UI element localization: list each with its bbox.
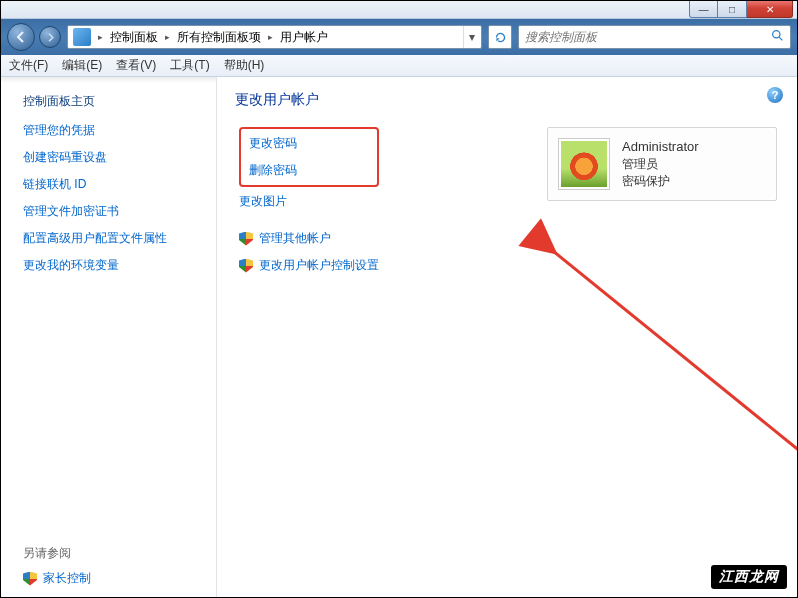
minimize-button[interactable]: —	[689, 1, 718, 18]
sidebar-link-advanced-profile[interactable]: 配置高级用户配置文件属性	[23, 230, 204, 247]
sidebar-link-password-reset-disk[interactable]: 创建密码重设盘	[23, 149, 204, 166]
help-icon[interactable]: ?	[767, 87, 783, 103]
control-panel-icon	[73, 28, 91, 46]
action-links: 更改密码 删除密码 更改图片 管理其他帐户 更改用户帐户控制设置	[235, 127, 379, 284]
link-change-picture[interactable]: 更改图片	[239, 193, 379, 210]
menu-help[interactable]: 帮助(H)	[224, 57, 265, 74]
chevron-right-icon[interactable]: ▸	[264, 32, 277, 42]
search-box[interactable]	[518, 25, 791, 49]
menu-view[interactable]: 查看(V)	[116, 57, 156, 74]
search-icon[interactable]	[771, 29, 784, 45]
page-title: 更改用户帐户	[235, 91, 779, 109]
menu-file[interactable]: 文件(F)	[9, 57, 48, 74]
svg-point-0	[773, 31, 780, 38]
shield-icon	[239, 232, 253, 246]
menu-tools[interactable]: 工具(T)	[170, 57, 209, 74]
chevron-right-icon[interactable]: ▸	[94, 32, 107, 42]
sidebar-link-online-id[interactable]: 链接联机 ID	[23, 176, 204, 193]
window-controls: — □ ✕	[689, 1, 793, 18]
sidebar: 控制面板主页 管理您的凭据 创建密码重设盘 链接联机 ID 管理文件加密证书 配…	[1, 77, 217, 597]
annotation-arrow	[545, 243, 798, 598]
watermark: 江西龙网	[711, 565, 787, 589]
breadcrumb-dropdown[interactable]: ▾	[463, 26, 479, 48]
sidebar-link-parental[interactable]: 家长控制	[43, 570, 91, 587]
content: 控制面板主页 管理您的凭据 创建密码重设盘 链接联机 ID 管理文件加密证书 配…	[1, 77, 797, 597]
user-role: 管理员	[622, 156, 699, 173]
refresh-button[interactable]	[488, 25, 512, 49]
user-name: Administrator	[622, 139, 699, 154]
close-button[interactable]: ✕	[747, 1, 793, 18]
sidebar-link-credentials[interactable]: 管理您的凭据	[23, 122, 204, 139]
titlebar: — □ ✕	[1, 1, 797, 19]
annotation-highlight-box: 更改密码 删除密码	[239, 127, 379, 187]
search-input[interactable]	[525, 30, 771, 44]
user-status: 密码保护	[622, 173, 699, 190]
nav-forward-button[interactable]	[39, 26, 61, 48]
link-change-password[interactable]: 更改密码	[249, 135, 353, 152]
nav-back-button[interactable]	[7, 23, 35, 51]
shield-icon	[239, 259, 253, 273]
menu-bar: 文件(F) 编辑(E) 查看(V) 工具(T) 帮助(H)	[1, 55, 797, 77]
maximize-button[interactable]: □	[718, 1, 747, 18]
avatar-image	[561, 141, 607, 187]
breadcrumb-segment[interactable]: 用户帐户	[277, 26, 331, 48]
link-manage-other-accounts[interactable]: 管理其他帐户	[259, 230, 331, 247]
link-change-uac[interactable]: 更改用户帐户控制设置	[259, 257, 379, 274]
svg-line-1	[779, 37, 782, 40]
avatar	[558, 138, 610, 190]
sidebar-link-env-vars[interactable]: 更改我的环境变量	[23, 257, 204, 274]
shield-icon	[23, 572, 37, 586]
breadcrumb-segment[interactable]: 所有控制面板项	[174, 26, 264, 48]
main-panel: ? 更改用户帐户 更改密码 删除密码 更改图片 管理其他帐户 更改用户帐户控制设…	[217, 77, 797, 597]
svg-line-2	[553, 251, 798, 593]
chevron-right-icon[interactable]: ▸	[161, 32, 174, 42]
menu-edit[interactable]: 编辑(E)	[62, 57, 102, 74]
see-also-label: 另请参阅	[23, 545, 204, 562]
breadcrumb-segment[interactable]: 控制面板	[107, 26, 161, 48]
address-bar: ▸ 控制面板 ▸ 所有控制面板项 ▸ 用户帐户 ▾	[1, 19, 797, 55]
sidebar-home[interactable]: 控制面板主页	[23, 93, 204, 110]
breadcrumb[interactable]: ▸ 控制面板 ▸ 所有控制面板项 ▸ 用户帐户 ▾	[67, 25, 482, 49]
link-remove-password[interactable]: 删除密码	[249, 162, 353, 179]
sidebar-link-encryption-cert[interactable]: 管理文件加密证书	[23, 203, 204, 220]
user-card: Administrator 管理员 密码保护	[547, 127, 777, 201]
